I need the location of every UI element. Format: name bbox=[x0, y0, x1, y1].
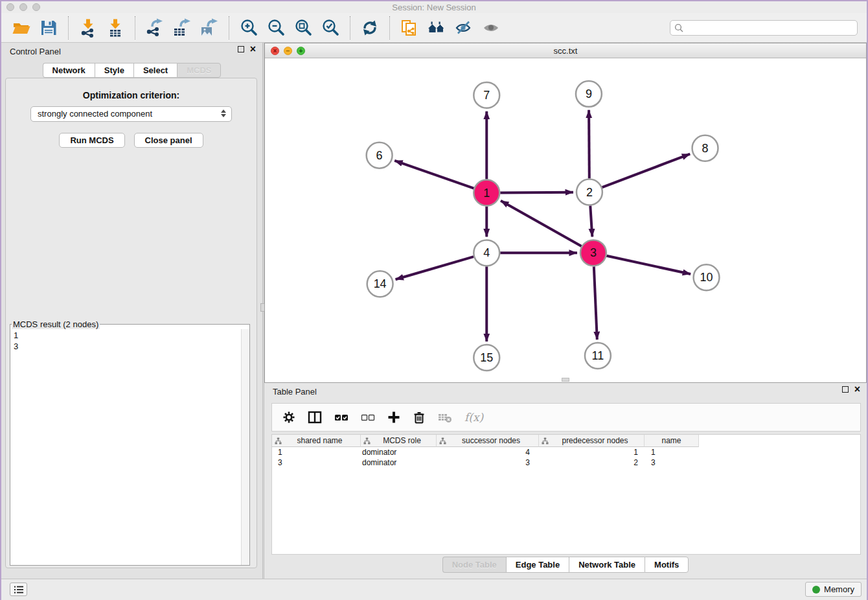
table-row[interactable]: 3 dominator 3 2 3 bbox=[272, 457, 860, 468]
control-panel-tabs: Network Style Select MCDS bbox=[1, 63, 262, 78]
column-header-successor-nodes[interactable]: successor nodes bbox=[437, 435, 539, 447]
zoom-fit-icon[interactable] bbox=[293, 18, 313, 38]
graph-edge-2-3[interactable] bbox=[590, 205, 592, 237]
export-image-icon[interactable] bbox=[200, 18, 219, 38]
search-input[interactable] bbox=[670, 20, 858, 36]
cell-name[interactable]: 1 bbox=[645, 448, 699, 457]
memory-button[interactable]: Memory bbox=[805, 582, 862, 597]
hide-panel-eye-icon[interactable] bbox=[454, 18, 474, 38]
tab-network-table[interactable]: Network Table bbox=[569, 557, 645, 573]
open-file-icon[interactable] bbox=[12, 18, 31, 38]
mcds-result-title: MCDS result (2 nodes) bbox=[12, 319, 100, 329]
column-header-name[interactable]: name bbox=[645, 435, 699, 447]
show-panel-eye-icon[interactable] bbox=[481, 18, 501, 38]
column-header-mcds-role[interactable]: MCDS role bbox=[361, 435, 437, 447]
close-table-panel-icon[interactable]: × bbox=[854, 386, 860, 393]
horizontal-splitter-grip[interactable] bbox=[562, 378, 569, 382]
cell-mcds-role[interactable]: dominator bbox=[361, 448, 437, 457]
control-panel: Control Panel × Network Style Select MCD… bbox=[1, 43, 262, 579]
result-line: 3 bbox=[14, 341, 237, 352]
list-icon bbox=[14, 585, 24, 594]
tab-motifs[interactable]: Motifs bbox=[645, 557, 689, 573]
export-network-icon[interactable] bbox=[145, 18, 165, 38]
zoom-in-icon[interactable] bbox=[239, 18, 258, 38]
graph-node-label: 7 bbox=[483, 89, 490, 102]
tab-style[interactable]: Style bbox=[95, 63, 133, 78]
cell-shared-name[interactable]: 1 bbox=[272, 448, 361, 457]
status-bar: Memory bbox=[1, 579, 867, 600]
save-session-icon[interactable] bbox=[39, 18, 58, 38]
delete-column-trash-icon[interactable] bbox=[413, 411, 426, 424]
toolbar-separator bbox=[229, 16, 229, 40]
cyndex-houses-icon[interactable] bbox=[427, 18, 446, 38]
table-panel-header: Table Panel × bbox=[264, 383, 867, 400]
graph-node-label: 14 bbox=[374, 277, 387, 290]
tab-select[interactable]: Select bbox=[133, 63, 177, 78]
zoom-out-icon[interactable] bbox=[266, 18, 286, 38]
table-tabs: Node Table Edge Table Network Table Moti… bbox=[264, 557, 867, 573]
table-panel-title: Table Panel bbox=[273, 387, 317, 397]
import-table-icon[interactable] bbox=[106, 18, 125, 38]
result-scrollbar[interactable] bbox=[241, 329, 249, 565]
column-header-predecessor-nodes[interactable]: predecessor nodes bbox=[539, 435, 645, 447]
cell-predecessor-nodes[interactable]: 1 bbox=[539, 448, 645, 457]
column-layout-icon[interactable] bbox=[308, 411, 322, 424]
close-panel-button[interactable]: Close panel bbox=[134, 133, 203, 148]
run-mcds-button[interactable]: Run MCDS bbox=[59, 133, 124, 148]
export-table-icon[interactable] bbox=[172, 18, 192, 38]
graph-edge-3-1[interactable] bbox=[501, 201, 582, 246]
graph-edge-4-14[interactable] bbox=[396, 257, 474, 279]
graph-edge-2-9[interactable] bbox=[589, 110, 589, 179]
memory-status-icon bbox=[812, 586, 820, 594]
network-canvas[interactable]: 7968124314101511 bbox=[265, 58, 866, 382]
graph-node-label: 9 bbox=[586, 87, 592, 100]
optimization-criterion-label: Optimization criterion: bbox=[6, 90, 257, 100]
graph-node-label: 10 bbox=[700, 271, 713, 284]
deselect-all-checkboxes-icon[interactable] bbox=[361, 411, 375, 424]
graph-edge-3-10[interactable] bbox=[606, 256, 691, 274]
table-toolbar: f(x) bbox=[271, 403, 861, 432]
zoom-selected-icon[interactable] bbox=[321, 18, 340, 38]
graph-edge-2-8[interactable] bbox=[602, 154, 691, 188]
column-type-icon bbox=[275, 437, 282, 444]
settings-gear-icon[interactable] bbox=[282, 411, 295, 424]
close-panel-icon[interactable]: × bbox=[250, 46, 256, 52]
tab-node-table[interactable]: Node Table bbox=[442, 557, 506, 573]
toolbar-separator bbox=[68, 16, 69, 40]
dropdown-value: strongly connected component bbox=[38, 109, 152, 119]
tab-edge-table[interactable]: Edge Table bbox=[506, 557, 569, 573]
cell-successor-nodes[interactable]: 3 bbox=[437, 458, 539, 467]
mcds-result-box: MCDS result (2 nodes) 1 3 bbox=[10, 319, 250, 566]
tab-network[interactable]: Network bbox=[43, 63, 95, 78]
graph-edge-3-11[interactable] bbox=[594, 266, 597, 340]
optimization-criterion-select[interactable]: strongly connected component bbox=[30, 106, 232, 122]
search-box bbox=[670, 20, 858, 36]
toolbar-separator bbox=[389, 16, 390, 40]
window-title: Session: New Session bbox=[1, 3, 867, 12]
toolbar-separator bbox=[350, 16, 350, 40]
table-header-row: shared name MCDS role successor nodes pr… bbox=[272, 435, 860, 447]
delete-table-icon-disabled bbox=[438, 411, 452, 424]
cell-predecessor-nodes[interactable]: 2 bbox=[539, 458, 645, 467]
cell-successor-nodes[interactable]: 4 bbox=[437, 448, 539, 457]
node-table: shared name MCDS role successor nodes pr… bbox=[271, 434, 861, 555]
float-table-panel-icon[interactable] bbox=[842, 386, 849, 393]
float-panel-icon[interactable] bbox=[238, 46, 244, 52]
select-all-checkboxes-icon[interactable] bbox=[334, 411, 348, 424]
import-network-icon[interactable] bbox=[78, 18, 98, 38]
network-document-icon[interactable] bbox=[400, 18, 419, 38]
add-column-icon[interactable] bbox=[387, 411, 400, 424]
cell-mcds-role[interactable]: dominator bbox=[361, 458, 437, 467]
graph-edge-1-2[interactable] bbox=[500, 192, 573, 193]
refresh-icon[interactable] bbox=[360, 18, 380, 38]
task-history-button[interactable] bbox=[10, 583, 27, 596]
cell-shared-name[interactable]: 3 bbox=[272, 458, 361, 467]
graph-edge-1-6[interactable] bbox=[394, 161, 474, 189]
memory-label: Memory bbox=[824, 584, 854, 594]
column-header-shared-name[interactable]: shared name bbox=[272, 435, 361, 447]
control-panel-header: Control Panel × bbox=[1, 43, 262, 60]
cell-name[interactable]: 3 bbox=[645, 458, 699, 467]
column-type-icon bbox=[439, 437, 446, 444]
tab-mcds[interactable]: MCDS bbox=[177, 63, 221, 78]
table-row[interactable]: 1 dominator 4 1 1 bbox=[272, 447, 860, 457]
